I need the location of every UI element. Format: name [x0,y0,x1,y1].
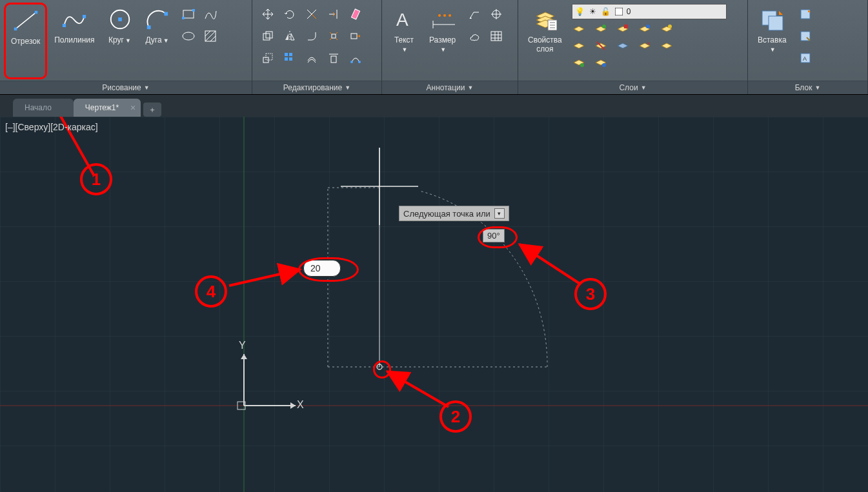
callout-1: 1 [80,163,112,195]
layer-tool-10[interactable] [657,39,676,53]
layer-tool-9[interactable]: ✕ [635,39,654,53]
move-icon[interactable] [257,4,278,25]
tab-drawing1[interactable]: Чертеж1* × [74,99,141,117]
block-edit-icon[interactable] [795,26,816,46]
svg-point-68 [580,63,584,67]
centermark-icon[interactable] [486,4,507,25]
svg-rect-39 [331,56,336,63]
layer-tool-3[interactable] [613,22,632,36]
ellipse-icon[interactable] [178,26,199,46]
offset-icon[interactable] [301,48,322,68]
panel-anno: A Текст▼ Размер▼ Аннотации▼ [382,0,518,94]
svg-rect-8 [164,12,168,16]
panel-anno-title[interactable]: Аннотации▼ [382,81,518,94]
join-icon[interactable] [345,48,366,68]
close-icon[interactable]: × [130,103,136,113]
tab-start[interactable]: Начало [13,99,74,117]
leader-icon[interactable] [464,4,485,25]
layer-tool-7[interactable] [591,39,611,53]
svg-line-30 [336,38,338,40]
polyline-label: Полилиния [54,35,94,44]
prompt-dropdown-icon[interactable]: ▾ [494,208,505,219]
svg-rect-33 [266,54,272,60]
callout-2: 2 [439,400,472,433]
layer-tool-6[interactable] [569,39,589,53]
layer-dropdown[interactable]: 💡 ☀ 🔓 0 [572,4,727,19]
svg-rect-31 [351,34,357,39]
edit-grid [256,3,367,79]
panel-layers-title[interactable]: Слои▼ [518,81,747,94]
fillet-icon[interactable] [301,26,322,46]
svg-text:Y: Y [239,340,246,351]
layer-name: 0 [627,7,631,16]
stretch-icon[interactable] [345,26,366,46]
layer-tool-1[interactable] [569,22,589,36]
svg-text:A: A [396,10,409,30]
copy-icon[interactable] [257,26,278,46]
svg-rect-35 [289,53,292,56]
dimension-icon [430,7,455,32]
svg-point-12 [183,32,194,40]
layer-props-icon [532,7,557,32]
svg-point-46 [438,14,441,17]
svg-line-19 [312,14,316,19]
svg-line-14 [205,31,210,36]
panel-draw-title[interactable]: Рисование▼ [0,81,252,94]
svg-line-16 [210,36,216,41]
arc-button[interactable]: Дуга▼ [139,3,176,79]
panel-block-title[interactable]: Блок▼ [748,81,867,94]
insert-label: Вставка▼ [758,35,787,54]
svg-rect-23 [263,34,270,40]
dim-button[interactable]: Размер▼ [423,3,461,79]
layer-tool-4[interactable] [635,22,654,36]
align-icon[interactable] [323,48,344,68]
layer-tool-12[interactable] [591,55,611,70]
layer-tool-5[interactable] [657,22,676,36]
insert-button[interactable]: Вставка▼ [752,3,792,79]
circle-button[interactable]: Круг▼ [102,3,138,79]
draw-small-grid [177,3,222,79]
svg-rect-7 [146,26,150,30]
panel-block: Вставка▼ A Блок▼ [748,0,868,94]
explode-icon[interactable] [323,26,344,46]
rotate-icon[interactable] [279,4,300,25]
svg-rect-11 [192,9,195,12]
callout-ring-start [373,360,391,379]
svg-point-64 [646,25,650,28]
extend-icon[interactable] [323,4,344,25]
ribbon: Отрезок Полилиния Круг▼ Дуга▼ [0,0,868,95]
polyline-button[interactable]: Полилиния [48,3,100,79]
trim-icon[interactable] [301,4,322,25]
line-button[interactable]: Отрезок [4,3,47,79]
layer-tool-2[interactable] [591,22,611,36]
circle-icon [108,7,132,32]
callout-4: 4 [195,275,227,308]
mirror-icon[interactable] [279,26,300,46]
rectangle-icon[interactable] [178,4,199,25]
svg-point-62 [602,25,606,28]
svg-line-28 [336,32,338,34]
spline-icon[interactable] [200,4,221,25]
layer-props-button[interactable]: Свойства слоя [522,3,568,79]
table-icon[interactable] [486,26,507,46]
hatch-icon[interactable] [200,26,221,46]
arc-label: Дуга▼ [145,35,168,45]
drawing-area[interactable]: X Y [–][Сверху][2D-каркас] Следующа [0,117,868,492]
add-tab-button[interactable]: ＋ [143,103,161,117]
layer-tool-8[interactable] [613,39,632,53]
callout-3: 3 [574,278,607,310]
block-attr-icon[interactable]: A [795,48,816,68]
revcloud-icon[interactable] [464,26,485,46]
text-button[interactable]: A Текст▼ [386,3,422,79]
block-create-icon[interactable] [795,4,816,25]
panel-edit-title[interactable]: Редактирование▼ [252,81,381,94]
text-icon: A [392,7,416,32]
svg-rect-1 [14,28,17,31]
scale-icon[interactable] [257,48,278,68]
svg-rect-3 [63,24,66,27]
svg-rect-37 [289,57,292,61]
array-icon[interactable] [279,48,300,68]
erase-icon[interactable] [345,4,366,25]
layer-tool-11[interactable] [569,55,589,70]
view-label[interactable]: [–][Сверху][2D-каркас] [5,122,98,132]
